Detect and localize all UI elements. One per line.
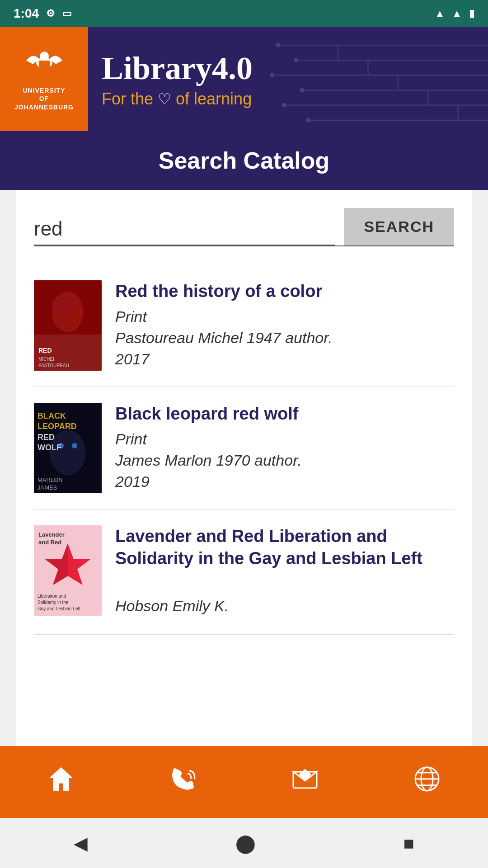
settings-icon: ⚙ [46, 8, 55, 19]
svg-text:BLACK: BLACK [38, 411, 66, 420]
android-recent-btn[interactable]: ■ [404, 833, 414, 854]
svg-marker-50 [299, 769, 311, 781]
svg-rect-2 [39, 61, 50, 68]
sdcard-icon: ▭ [62, 8, 72, 19]
svg-text:RED: RED [38, 433, 55, 442]
mail-icon [291, 764, 319, 800]
svg-point-32 [72, 443, 77, 448]
subtitle-pre: For the [102, 90, 153, 108]
book-cover-red: RED MICHEl PASTOUREAU [34, 280, 102, 371]
nav-globe[interactable] [413, 764, 441, 800]
nav-home[interactable] [47, 764, 75, 800]
nav-mail[interactable] [291, 764, 319, 800]
globe-icon [413, 764, 441, 800]
svg-text:and Red: and Red [38, 539, 61, 546]
status-right: ▲ ▲ ▮ [435, 8, 474, 19]
search-row: SEARCH [34, 208, 454, 246]
svg-point-10 [276, 43, 280, 47]
header-banner: UNIVERSITY OF JOHANNESBURG [0, 27, 488, 131]
svg-point-30 [50, 430, 86, 475]
book-item-2[interactable]: BLACK LEOPARD RED WOLF MARLON JAMES Blac… [34, 387, 454, 509]
search-input[interactable] [34, 213, 335, 245]
android-back-btn[interactable]: ◀ [74, 833, 88, 854]
book-item-3[interactable]: Lavender and Red Liberation and Solidari… [34, 509, 454, 635]
header-title-section: Library4.0 For the ♡ of learning [88, 27, 488, 131]
book-item-1[interactable]: RED MICHEl PASTOUREAU Red the history of… [34, 264, 454, 387]
book-cover-red-svg: RED MICHEl PASTOUREAU [34, 280, 102, 371]
nav-phone[interactable] [169, 764, 197, 800]
book-cover-lavender-div: Lavender and Red Liberation and Solidari… [34, 525, 102, 616]
signal-icon: ▲ [452, 8, 462, 19]
svg-text:Liberation and: Liberation and [38, 594, 66, 599]
book-type-1: Print [115, 308, 454, 326]
book-info-1: Red the history of a color Print Pastour… [115, 280, 454, 368]
svg-point-24 [52, 292, 84, 332]
svg-marker-47 [49, 767, 73, 791]
book-year-1: 2017 [115, 350, 454, 368]
phone-icon [169, 764, 197, 800]
book-cover-3: Lavender and Red Liberation and Solidari… [34, 525, 102, 616]
heart-icon: ♡ [158, 90, 171, 108]
library-subtitle: For the ♡ of learning [102, 90, 474, 108]
svg-text:Solidarity in the: Solidarity in the [38, 600, 69, 605]
university-logo-section: UNIVERSITY OF JOHANNESBURG [0, 27, 88, 131]
wifi-icon: ▲ [435, 8, 445, 19]
svg-text:MICHEl: MICHEl [38, 357, 54, 362]
search-input-wrapper [34, 213, 335, 245]
book-cover-2: BLACK LEOPARD RED WOLF MARLON JAMES [34, 403, 102, 493]
book-info-2: Black leopard red wolf Print James Marlo… [115, 403, 454, 491]
status-left: 1:04 ⚙ ▭ [14, 6, 72, 21]
book-type-2: Print [115, 430, 454, 448]
book-author-3: Hobson Emily K. [115, 597, 454, 615]
book-cover-black-div: BLACK LEOPARD RED WOLF MARLON JAMES [34, 403, 102, 493]
main-content: SEARCH RED MICHEl PASTOUR [16, 190, 472, 746]
search-catalog-title: Search Catalog [27, 147, 461, 174]
svg-text:PASTOUREAU: PASTOUREAU [38, 363, 69, 368]
book-cover-lavender-svg: Lavender and Red Liberation and Solidari… [34, 525, 102, 616]
book-cover-black-svg: BLACK LEOPARD RED WOLF MARLON JAMES [34, 403, 102, 493]
svg-text:LEOPARD: LEOPARD [38, 422, 77, 431]
book-author-1: Pastoureau Michel 1947 author. [115, 329, 454, 347]
svg-text:WOLF: WOLF [38, 443, 61, 452]
status-time: 1:04 [14, 6, 39, 21]
svg-text:JAMES: JAMES [38, 484, 57, 491]
logo-bird-icon [24, 47, 65, 83]
svg-text:MARLON: MARLON [38, 476, 63, 483]
battery-icon: ▮ [469, 8, 474, 19]
search-catalog-header: Search Catalog [0, 131, 488, 190]
android-nav: ◀ ⬤ ■ [0, 818, 488, 868]
home-icon [47, 764, 75, 800]
search-button[interactable]: SEARCH [344, 208, 454, 245]
svg-point-15 [306, 118, 310, 122]
book-title-2[interactable]: Black leopard red wolf [115, 403, 454, 425]
svg-rect-23 [34, 280, 102, 335]
book-title-3[interactable]: Lavender and Red Liberation and Solidari… [115, 525, 454, 570]
bottom-nav [0, 746, 488, 818]
book-cover-1: RED MICHEl PASTOUREAU [34, 280, 102, 371]
university-name: UNIVERSITY OF JOHANNESBURG [14, 86, 74, 111]
book-list: RED MICHEl PASTOUREAU Red the history of… [34, 264, 454, 635]
svg-point-25 [52, 296, 70, 314]
book-author-2: James Marlon 1970 author. [115, 452, 454, 469]
subtitle-post: of learning [176, 90, 252, 108]
svg-text:RED: RED [38, 347, 52, 354]
book-title-1[interactable]: Red the history of a color [115, 280, 454, 302]
book-info-3: Lavender and Red Liberation and Solidari… [115, 525, 454, 618]
android-home-btn[interactable]: ⬤ [235, 833, 256, 854]
svg-text:Lavender: Lavender [38, 531, 65, 538]
book-year-2: 2019 [115, 473, 454, 491]
svg-text:Gay and Lesbian Left: Gay and Lesbian Left [38, 606, 80, 611]
status-bar: 1:04 ⚙ ▭ ▲ ▲ ▮ [0, 0, 488, 27]
library-title: Library4.0 [102, 50, 474, 87]
